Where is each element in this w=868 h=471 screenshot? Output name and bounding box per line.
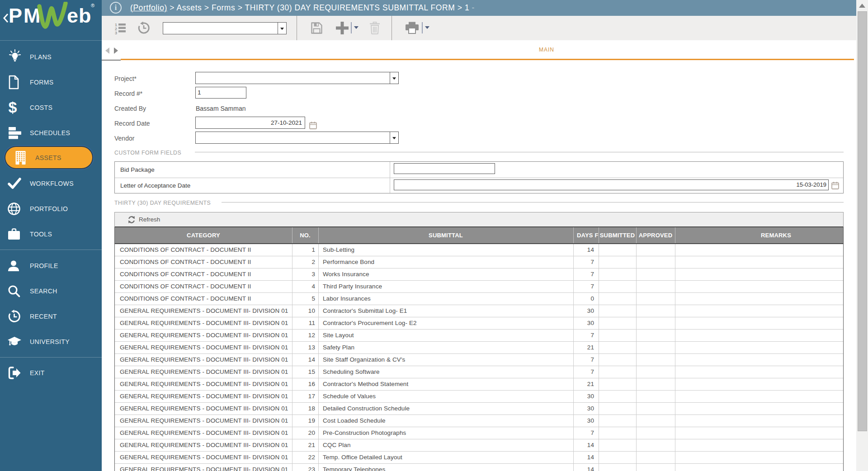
svg-text:$: $ <box>9 99 17 116</box>
svg-text:3: 3 <box>115 31 117 34</box>
